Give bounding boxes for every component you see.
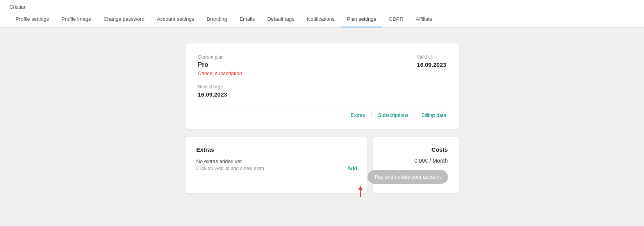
- plan-right: Valid till 16.09.2023: [417, 54, 446, 76]
- main-content: Current plan Pro Cancel subscription Val…: [0, 28, 644, 209]
- extras-hint: Click on 'Add' to add a new extra: [196, 166, 356, 171]
- nav-tab-branding[interactable]: Branding: [200, 11, 233, 27]
- nav-tab-affiliate[interactable]: Affiliate: [410, 11, 439, 27]
- user-name: Cristian: [9, 0, 635, 11]
- costs-card: Costs 0.00€ / Month Pay and update your …: [373, 137, 459, 193]
- cancel-subscription-link[interactable]: Cancel subscription: [198, 70, 242, 76]
- extras-empty-message: No extras added yet: [196, 158, 356, 164]
- valid-till-label: Valid till: [417, 54, 446, 60]
- svg-marker-1: [358, 186, 362, 190]
- pay-update-button[interactable]: Pay and update your account: [367, 170, 448, 184]
- header: Cristian Profile settingsProfile imageCh…: [0, 0, 644, 28]
- plan-top: Current plan Pro Cancel subscription Val…: [198, 54, 446, 76]
- costs-title: Costs: [432, 146, 448, 153]
- plan-card: Current plan Pro Cancel subscription Val…: [186, 43, 459, 129]
- nav-tab-gdpr[interactable]: GDPR: [382, 11, 410, 27]
- plan-bottom: Next charge 16.09.2023: [198, 84, 446, 98]
- extras-card: Extras No extras added yet Click on 'Add…: [186, 137, 367, 193]
- next-charge-date: 16.09.2023: [198, 91, 446, 98]
- plan-left: Current plan Pro Cancel subscription: [198, 54, 242, 76]
- current-plan-label: Current plan: [198, 54, 242, 60]
- costs-amount: 0.00€ / Month: [414, 158, 448, 164]
- nav-tab-profile-image[interactable]: Profile image: [55, 11, 97, 27]
- plan-actions: Extras Subscriptions Billing data: [198, 106, 446, 118]
- nav-tab-account-settings[interactable]: Account settings: [151, 11, 200, 27]
- valid-till-date: 16.09.2023: [417, 61, 446, 68]
- nav-tab-default-tags[interactable]: Default tags: [261, 11, 300, 27]
- nav-tab-profile-settings[interactable]: Profile settings: [9, 11, 55, 27]
- bottom-row: Extras No extras added yet Click on 'Add…: [186, 137, 459, 193]
- nav-tab-emails[interactable]: Emails: [233, 11, 261, 27]
- next-charge-label: Next charge: [198, 84, 446, 90]
- extras-link[interactable]: Extras: [351, 112, 365, 118]
- nav-tab-change-password[interactable]: Change password: [97, 11, 151, 27]
- nav-tabs: Profile settingsProfile imageChange pass…: [9, 11, 635, 27]
- plan-name: Pro: [198, 61, 242, 68]
- nav-tab-notifications[interactable]: Notifications: [301, 11, 341, 27]
- add-extra-button[interactable]: Add: [348, 165, 357, 171]
- subscriptions-link[interactable]: Subscriptions: [371, 112, 409, 118]
- extras-title: Extras: [196, 146, 356, 153]
- nav-tab-plan-settings[interactable]: Plan settings: [341, 11, 382, 27]
- billing-data-link[interactable]: Billing data: [415, 112, 446, 118]
